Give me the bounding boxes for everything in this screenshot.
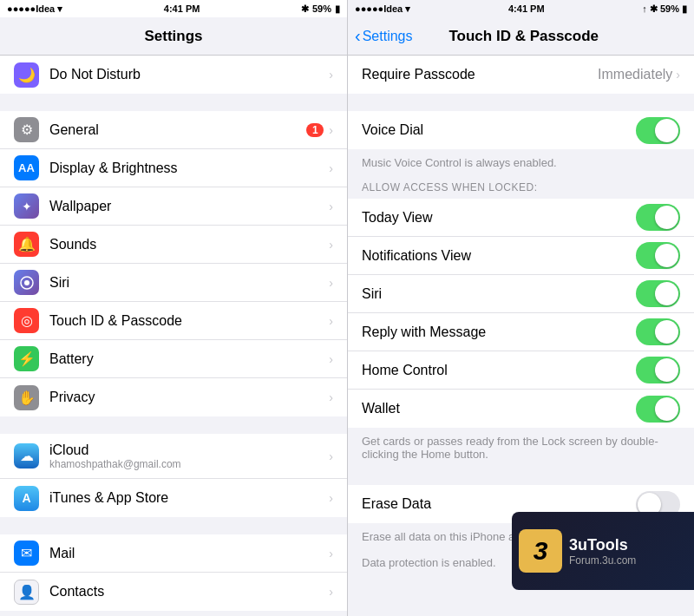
row-mail[interactable]: ✉ Mail › bbox=[0, 534, 347, 573]
time-left: 4:41 PM bbox=[164, 3, 200, 14]
bluetooth-icon-left: ✱ bbox=[301, 3, 309, 15]
require-passcode-label: Require Passcode bbox=[362, 67, 598, 82]
row-general[interactable]: ⚙ General 1 › bbox=[0, 111, 347, 149]
erase-data-label: Erase Data bbox=[362, 496, 636, 512]
right-gap2 bbox=[348, 468, 694, 485]
itunes-right: › bbox=[329, 491, 333, 505]
icloud-chevron: › bbox=[329, 449, 333, 463]
gap2 bbox=[0, 416, 347, 434]
settings-group-main: ⚙ General 1 › AA Display & Brightness › … bbox=[0, 111, 347, 416]
siri-toggle[interactable] bbox=[636, 280, 680, 307]
watermark-number: 3 bbox=[519, 529, 562, 573]
battery-right: › bbox=[329, 352, 333, 366]
row-itunes[interactable]: A iTunes & App Store › bbox=[0, 479, 347, 517]
siri-label: Siri bbox=[49, 275, 329, 291]
back-label: Settings bbox=[363, 29, 413, 44]
wallet-note: Get cards or passes ready from the Lock … bbox=[348, 428, 694, 468]
mail-chevron: › bbox=[329, 547, 333, 560]
display-label: Display & Brightness bbox=[49, 161, 329, 176]
wallpaper-icon: ✦ bbox=[14, 193, 39, 219]
icloud-right: › bbox=[329, 449, 333, 463]
row-siri-toggle[interactable]: Siri bbox=[348, 275, 694, 313]
voice-dial-toggle[interactable] bbox=[636, 117, 680, 144]
home-control-label: Home Control bbox=[362, 363, 636, 378]
wifi-icon-right: ▾ bbox=[405, 3, 410, 14]
left-status-left: ●●●●●Idea ▾ bbox=[7, 3, 62, 15]
notifications-view-toggle[interactable] bbox=[636, 242, 680, 269]
siri-toggle-label: Siri bbox=[362, 286, 636, 302]
reply-message-toggle[interactable] bbox=[636, 318, 680, 345]
row-wallpaper[interactable]: ✦ Wallpaper › bbox=[0, 187, 347, 226]
sounds-chevron: › bbox=[329, 238, 333, 252]
contacts-right: › bbox=[329, 585, 333, 599]
require-passcode-value: Immediately bbox=[598, 67, 672, 82]
carrier-left: ●●●●●Idea bbox=[7, 3, 55, 14]
row-require-passcode[interactable]: Require Passcode Immediately › bbox=[348, 56, 694, 94]
touchid-icon: ◎ bbox=[14, 308, 39, 333]
back-chevron-icon: ‹ bbox=[355, 26, 361, 46]
touchid-label: Touch ID & Passcode bbox=[49, 313, 329, 329]
wallpaper-label: Wallpaper bbox=[49, 199, 329, 214]
icloud-sublabel: khamoshpathak@gmail.com bbox=[49, 458, 329, 470]
privacy-chevron: › bbox=[329, 390, 333, 404]
left-panel: ●●●●●Idea ▾ 4:41 PM ✱ 59% ▮ Settings 🌙 D… bbox=[0, 0, 347, 616]
home-control-toggle[interactable] bbox=[636, 357, 680, 383]
touchid-chevron: › bbox=[329, 314, 333, 328]
row-reply-message[interactable]: Reply with Message bbox=[348, 313, 694, 351]
siri-right: › bbox=[329, 276, 333, 290]
row-today-view[interactable]: Today View bbox=[348, 199, 694, 237]
dnd-right: › bbox=[329, 68, 333, 82]
battery-pct-left: 59% bbox=[312, 3, 331, 14]
dnd-icon: 🌙 bbox=[14, 62, 39, 88]
right-status-right: ↑ ✱ 59% ▮ bbox=[642, 3, 687, 15]
wallet-toggle[interactable] bbox=[636, 396, 680, 423]
watermark-site: Forum.3u.com bbox=[569, 554, 636, 567]
voice-dial-group: Voice Dial bbox=[348, 111, 694, 149]
row-voice-dial[interactable]: Voice Dial bbox=[348, 111, 694, 149]
battery-pct-right: 59% bbox=[660, 3, 679, 14]
right-status-left: ✱ 59% ▮ bbox=[301, 3, 340, 15]
icloud-label-wrap: iCloud khamoshpathak@gmail.com bbox=[49, 442, 329, 470]
today-view-toggle[interactable] bbox=[636, 204, 680, 231]
watermark-text: 3uTools Forum.3u.com bbox=[569, 536, 636, 567]
itunes-icon: A bbox=[14, 486, 39, 511]
row-wallet[interactable]: Wallet bbox=[348, 390, 694, 428]
wifi-icon-left: ▾ bbox=[57, 3, 62, 15]
gap3 bbox=[0, 517, 347, 534]
svg-point-1 bbox=[24, 280, 29, 285]
sounds-right: › bbox=[329, 238, 333, 252]
right-gap1 bbox=[348, 94, 694, 111]
row-display[interactable]: AA Display & Brightness › bbox=[0, 149, 347, 187]
arrow-icon-right: ↑ bbox=[642, 3, 647, 14]
bluetooth-icon-right: ✱ bbox=[650, 3, 658, 14]
privacy-label: Privacy bbox=[49, 390, 329, 405]
left-title: Settings bbox=[144, 28, 202, 45]
row-home-control[interactable]: Home Control bbox=[348, 351, 694, 390]
wallet-label: Wallet bbox=[362, 401, 636, 416]
row-notifications-view[interactable]: Notifications View bbox=[348, 237, 694, 275]
row-contacts[interactable]: 👤 Contacts › bbox=[0, 573, 347, 611]
row-battery[interactable]: ⚡ Battery › bbox=[0, 340, 347, 378]
row-touchid[interactable]: ◎ Touch ID & Passcode › bbox=[0, 302, 347, 340]
back-button[interactable]: ‹ Settings bbox=[355, 26, 412, 46]
general-chevron: › bbox=[329, 123, 333, 137]
contacts-label: Contacts bbox=[49, 584, 329, 600]
row-sounds[interactable]: 🔔 Sounds › bbox=[0, 226, 347, 264]
watermark: 3 3uTools Forum.3u.com bbox=[512, 512, 694, 590]
mail-icon: ✉ bbox=[14, 541, 39, 566]
general-badge: 1 bbox=[306, 123, 324, 137]
row-icloud[interactable]: ☁ iCloud khamoshpathak@gmail.com › bbox=[0, 434, 347, 479]
mail-label: Mail bbox=[49, 546, 329, 561]
display-chevron: › bbox=[329, 161, 333, 175]
settings-group-apps: ✉ Mail › 👤 Contacts › bbox=[0, 534, 347, 611]
icloud-icon: ☁ bbox=[14, 443, 39, 469]
row-do-not-disturb[interactable]: 🌙 Do Not Disturb › bbox=[0, 56, 347, 94]
wallpaper-right: › bbox=[329, 200, 333, 213]
general-icon: ⚙ bbox=[14, 117, 39, 142]
contacts-chevron: › bbox=[329, 585, 333, 599]
right-panel: ●●●●●Idea ▾ 4:41 PM ↑ ✱ 59% ▮ ‹ Settings… bbox=[347, 0, 694, 616]
row-siri[interactable]: Siri › bbox=[0, 264, 347, 302]
status-bar-right: ●●●●●Idea ▾ 4:41 PM ↑ ✱ 59% ▮ bbox=[348, 0, 694, 17]
general-label: General bbox=[49, 122, 306, 138]
row-privacy[interactable]: ✋ Privacy › bbox=[0, 378, 347, 416]
